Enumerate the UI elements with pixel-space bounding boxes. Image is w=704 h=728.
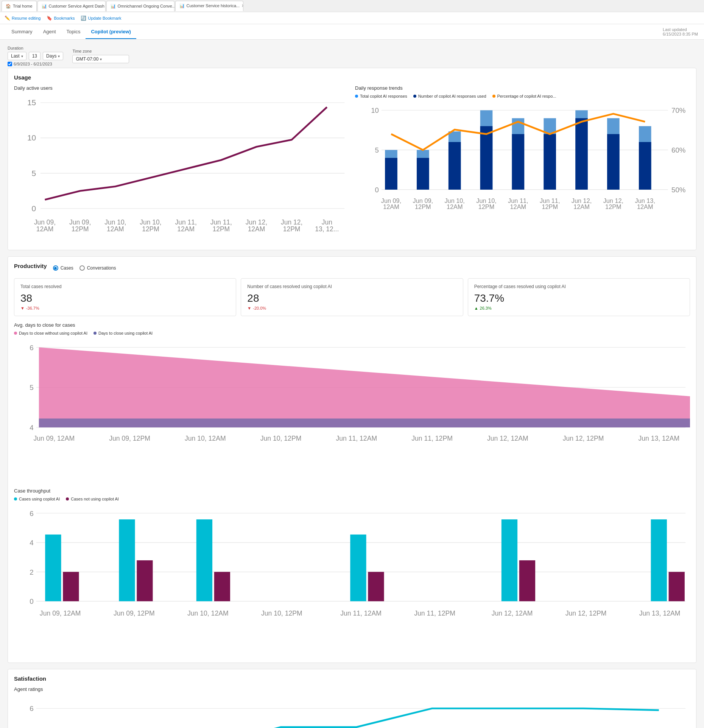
legend-not-using: Cases not using copilot AI: [66, 497, 119, 501]
radio-cases-circle: [53, 265, 58, 271]
tab-summary[interactable]: Summary: [6, 25, 38, 39]
metric-pct-copilot: Percentage of cases resolved using copil…: [468, 278, 690, 316]
metric-copilot-cases-change: ▼ -20.0%: [247, 306, 456, 310]
metric-copilot-cases: Number of cases resolved using copilot A…: [241, 278, 463, 316]
legend-with-copilot: Days to close using copilot AI: [93, 331, 153, 335]
svg-text:Jun 10, 12AM: Jun 10, 12AM: [187, 609, 229, 617]
refresh-icon: 🔄: [81, 16, 86, 21]
svg-rect-106: [651, 519, 667, 601]
svg-rect-47: [480, 126, 493, 190]
tab-historical[interactable]: 📊 Customer Service historica... ✕: [175, 1, 243, 11]
tab-trial-home[interactable]: 🏠 Trial home: [2, 1, 37, 11]
svg-text:Jun 12,: Jun 12,: [246, 218, 267, 226]
svg-text:6: 6: [30, 509, 33, 517]
svg-text:Jun 09, 12AM: Jun 09, 12AM: [40, 609, 81, 617]
date-range-checkbox[interactable]: [8, 62, 12, 66]
svg-text:Jun 11,: Jun 11,: [210, 218, 232, 226]
svg-text:Jun 12,: Jun 12,: [281, 218, 302, 226]
svg-text:2: 2: [30, 568, 33, 576]
drt-svg: 10 5 0 70% 60% 50%: [355, 101, 690, 243]
resume-editing-button[interactable]: ✏️ Resume editing: [5, 16, 40, 21]
svg-rect-51: [607, 134, 620, 190]
svg-text:Jun 11, 12AM: Jun 11, 12AM: [340, 609, 382, 617]
radio-cases[interactable]: Cases: [53, 265, 73, 271]
duration-unit-select[interactable]: Days ▾: [43, 52, 63, 60]
duration-value-input[interactable]: 13: [29, 52, 40, 60]
svg-text:12PM: 12PM: [478, 203, 495, 210]
metric-total-cases: Total cases resolved 38 ▼ -36.7%: [14, 278, 236, 316]
svg-text:12AM: 12AM: [447, 203, 463, 210]
svg-text:12AM: 12AM: [383, 203, 399, 210]
bookmarks-label: Bookmarks: [54, 16, 75, 20]
svg-text:Jun 10, 12AM: Jun 10, 12AM: [185, 435, 226, 442]
tab-copilot[interactable]: Copilot (preview): [86, 25, 136, 39]
tab-omnichannel[interactable]: 📊 Omnichannel Ongoing Conve...: [106, 1, 174, 11]
svg-text:Jun 11, 12PM: Jun 11, 12PM: [414, 609, 455, 617]
period-option: Last: [11, 53, 20, 59]
svg-rect-104: [502, 519, 517, 601]
svg-text:12PM: 12PM: [542, 203, 558, 210]
tab-csa-dash[interactable]: 📊 Customer Service Agent Dash ...: [37, 1, 106, 11]
tab-close-icon[interactable]: ✕: [241, 3, 243, 8]
tab-copilot-label: Copilot (preview): [91, 29, 131, 34]
legend-with-copilot-dot: [93, 332, 97, 335]
svg-text:12PM: 12PM: [72, 225, 89, 233]
legend-using-dot: [14, 497, 17, 500]
drt-legend: Total copilot AI responses Number of cop…: [355, 94, 690, 98]
legend-pct-label: Percentage of copilot AI respo...: [497, 94, 556, 98]
svg-text:0: 0: [32, 204, 36, 213]
svg-rect-105: [519, 560, 535, 601]
legend-total-dot: [355, 95, 358, 98]
svg-text:5: 5: [375, 146, 379, 154]
unit-chevron: ▾: [58, 54, 60, 58]
legend-using-label: Cases using copilot AI: [19, 497, 60, 501]
timezone-value: GMT-07:00: [76, 56, 98, 62]
svg-rect-103: [368, 572, 384, 601]
duration-period-select[interactable]: Last ▾: [8, 52, 26, 60]
timezone-select[interactable]: GMT-07:00 ▾: [72, 55, 129, 63]
tab-topics[interactable]: Topics: [61, 25, 86, 39]
svg-text:Jun 12, 12AM: Jun 12, 12AM: [487, 435, 528, 442]
avg-days-title: Avg. days to close for cases: [14, 322, 690, 328]
arrow-down-2-icon: ▼: [247, 306, 251, 310]
date-range: 6/9/2023 - 6/21/2023: [8, 62, 63, 66]
tab-agent[interactable]: Agent: [38, 25, 61, 39]
svg-text:5: 5: [30, 383, 33, 391]
drt-title: Daily response trends: [355, 85, 690, 91]
browser-tabs-bar: 🏠 Trial home 📊 Customer Service Agent Da…: [0, 0, 704, 12]
metric-total-cases-value: 38: [20, 292, 230, 304]
bookmarks-button[interactable]: 🔖 Bookmarks: [47, 16, 75, 21]
dau-svg: 15 10 5 0 Jun 09, 12AM Jun 09, 12PM Jun …: [14, 94, 349, 235]
svg-rect-107: [669, 572, 685, 601]
svg-text:10: 10: [371, 106, 379, 114]
case-throughput-chart: Case throughput Cases using copilot AI C…: [14, 488, 690, 657]
svg-text:12AM: 12AM: [637, 203, 653, 210]
timezone-chevron: ▾: [100, 57, 102, 61]
period-chevron: ▾: [21, 54, 23, 58]
update-bookmark-button[interactable]: 🔄 Update Bookmark: [81, 16, 121, 21]
metric-copilot-cases-value: 28: [247, 292, 456, 304]
svg-text:12AM: 12AM: [107, 225, 124, 233]
svg-text:50%: 50%: [671, 186, 685, 194]
legend-without-copilot-dot: [14, 332, 17, 335]
svg-text:5: 5: [32, 169, 36, 178]
metric-pct-copilot-change: ▲ 26.3%: [474, 306, 684, 310]
svg-text:Jun 09,: Jun 09,: [69, 218, 91, 226]
legend-pct: Percentage of copilot AI respo...: [492, 94, 556, 98]
app-tabs: Summary Agent Topics Copilot (preview) L…: [0, 24, 704, 40]
productivity-header: Productivity Cases Conversations: [14, 263, 690, 274]
svg-text:Jun 12, 12AM: Jun 12, 12AM: [492, 609, 533, 617]
svg-text:Jun 12, 12PM: Jun 12, 12PM: [565, 609, 607, 617]
case-throughput-title: Case throughput: [14, 488, 690, 494]
svg-text:12PM: 12PM: [605, 203, 621, 210]
last-updated-value: 6/15/2023 8:35 PM: [663, 32, 698, 36]
toolbar: ✏️ Resume editing 🔖 Bookmarks 🔄 Update B…: [0, 12, 704, 24]
svg-text:Jun 11,: Jun 11,: [175, 218, 197, 226]
svg-text:12PM: 12PM: [415, 203, 431, 210]
metric-total-cases-change: ▼ -36.7%: [20, 306, 230, 310]
radio-conversations[interactable]: Conversations: [79, 265, 116, 271]
tab-hist-label: Customer Service historica...: [187, 3, 240, 8]
svg-rect-46: [449, 142, 461, 190]
satisfaction-section: Satisfaction Agent ratings 6 4 2 0: [8, 669, 696, 728]
tab-topics-label: Topics: [67, 29, 81, 34]
